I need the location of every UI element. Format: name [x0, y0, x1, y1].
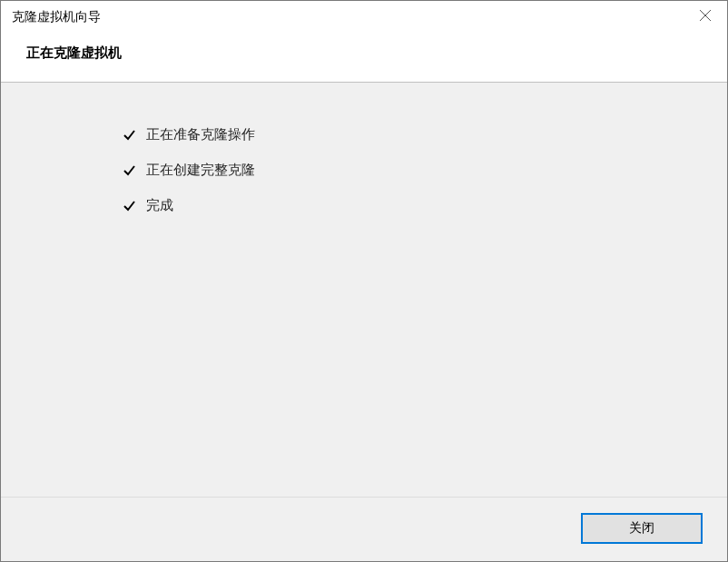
- step-label: 完成: [146, 197, 173, 214]
- step-label: 正在创建完整克隆: [146, 162, 255, 179]
- window-close-button[interactable]: [684, 1, 727, 34]
- close-button[interactable]: 关闭: [582, 514, 702, 543]
- close-button-label: 关闭: [629, 520, 654, 537]
- window-title: 克隆虚拟机向导: [12, 9, 101, 25]
- step-item: 正在准备克隆操作: [123, 126, 727, 143]
- close-icon: [699, 9, 712, 25]
- dialog-content: 正在准备克隆操作 正在创建完整克隆 完成: [1, 83, 727, 497]
- progress-step-list: 正在准备克隆操作 正在创建完整克隆 完成: [123, 126, 727, 214]
- checkmark-icon: [123, 164, 135, 177]
- checkmark-icon: [123, 129, 135, 142]
- titlebar: 克隆虚拟机向导: [1, 1, 727, 34]
- step-item: 正在创建完整克隆: [123, 162, 727, 179]
- dialog-footer: 关闭: [1, 497, 727, 561]
- clone-vm-wizard-dialog: 克隆虚拟机向导 正在克隆虚拟机 正在准备克隆操作: [0, 0, 728, 562]
- checkmark-icon: [123, 200, 135, 212]
- step-label: 正在准备克隆操作: [146, 126, 255, 143]
- dialog-subtitle: 正在克隆虚拟机: [26, 44, 727, 62]
- step-item: 完成: [123, 197, 727, 214]
- dialog-header: 正在克隆虚拟机: [1, 34, 727, 83]
